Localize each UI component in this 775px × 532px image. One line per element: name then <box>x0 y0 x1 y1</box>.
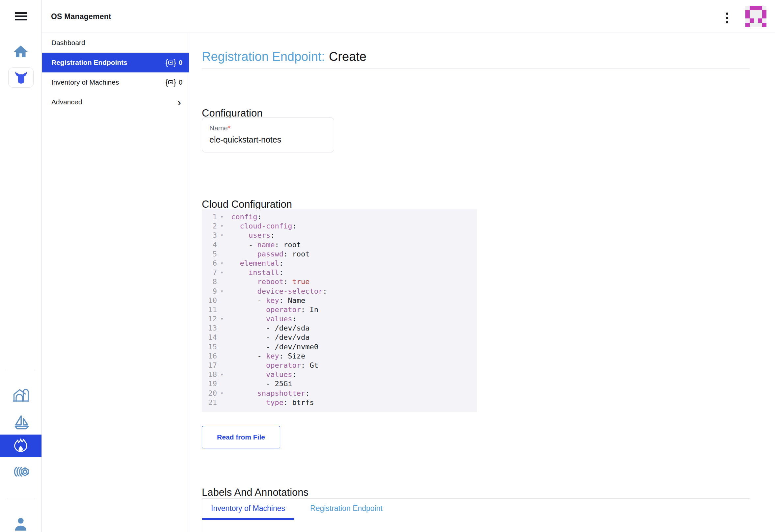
sidebar-item-advanced[interactable]: Advanced› <box>42 92 189 112</box>
line-number: 19 <box>202 379 217 389</box>
page-title-type: Registration Endpoint: <box>202 50 325 63</box>
code-line[interactable]: 21 type: btrfs <box>202 398 477 407</box>
line-number: 6 <box>202 259 217 268</box>
code-line[interactable]: 1▾config: <box>202 212 477 221</box>
code-line[interactable]: 16 - key: Size <box>202 352 477 361</box>
code-text: snapshotter: <box>231 389 309 398</box>
section-labels-annotations-heading: Labels And Annotations <box>202 487 308 498</box>
rail-elemental-active-tile[interactable] <box>0 435 41 457</box>
code-line[interactable]: 4 - name: root <box>202 240 477 249</box>
name-field[interactable]: Name* <box>202 117 334 152</box>
line-number: 2 <box>202 221 217 231</box>
code-line[interactable]: 20▾ snapshotter: <box>202 389 477 398</box>
chevrons-wheel-icon <box>12 465 30 479</box>
code-line[interactable]: 14 - /dev/vda <box>202 333 477 342</box>
line-number: 7 <box>202 268 217 277</box>
code-line[interactable]: 17 operator: Gt <box>202 361 477 370</box>
sidebar-item-inventory-of-machines[interactable]: Inventory of Machines{}0 <box>42 72 189 92</box>
line-number: 1 <box>202 212 217 221</box>
code-text: elemental: <box>231 259 283 268</box>
line-number: 15 <box>202 342 217 352</box>
code-line[interactable]: 2▾ cloud-config: <box>202 221 477 231</box>
fold-arrow-icon[interactable]: ▾ <box>217 315 227 324</box>
rail-sailboat-button[interactable] <box>0 412 41 431</box>
sidebar-item-label: Inventory of Machines <box>51 78 166 86</box>
code-text: passwd: root <box>231 249 309 259</box>
line-number: 18 <box>202 370 217 379</box>
name-input[interactable] <box>209 135 326 144</box>
line-number: 13 <box>202 324 217 333</box>
code-text: operator: Gt <box>231 361 318 370</box>
rail-barn-button[interactable] <box>0 387 41 404</box>
code-line[interactable]: 3▾ users: <box>202 231 477 240</box>
code-line[interactable]: 10 - key: Name <box>202 296 477 305</box>
code-text: config: <box>231 212 262 221</box>
code-text: reboot: true <box>231 277 309 287</box>
line-number: 8 <box>202 277 217 287</box>
rail-divider <box>7 499 35 499</box>
rail-home-button[interactable] <box>0 43 41 60</box>
code-line[interactable]: 6▾ elemental: <box>202 259 477 268</box>
code-line[interactable]: 8 reboot: true <box>202 277 477 287</box>
tab-registration-endpoint[interactable]: Registration Endpoint <box>301 499 392 520</box>
cattle-head-icon <box>13 70 29 85</box>
line-number: 21 <box>202 398 217 407</box>
line-number: 17 <box>202 361 217 370</box>
left-icon-rail <box>0 0 42 532</box>
tab-inventory-of-machines[interactable]: Inventory of Machines <box>202 499 294 520</box>
sidebar-item-registration-endpoints[interactable]: Registration Endpoints{}0 <box>42 53 189 72</box>
hamburger-menu-icon[interactable] <box>15 12 27 21</box>
code-text: values: <box>231 370 297 379</box>
elemental-pixel-logo <box>745 6 766 27</box>
code-line[interactable]: 11 operator: In <box>202 305 477 315</box>
barn-icon <box>12 387 30 404</box>
code-text: - /dev/nvme0 <box>231 342 318 352</box>
code-line[interactable]: 9▾ device-selector: <box>202 287 477 296</box>
resource-count-badge: {}0 <box>166 79 183 86</box>
code-line[interactable]: 19 - 25Gi <box>202 379 477 389</box>
line-number: 5 <box>202 249 217 259</box>
fold-arrow-icon[interactable]: ▾ <box>217 221 227 231</box>
fold-arrow-icon[interactable]: ▾ <box>217 231 227 240</box>
line-number: 4 <box>202 240 217 249</box>
main-content: Registration Endpoint:Create Configurati… <box>190 33 775 532</box>
code-text: users: <box>231 231 274 240</box>
code-text: - key: Name <box>231 296 305 305</box>
top-header: OS Management <box>42 0 775 33</box>
read-from-file-button[interactable]: Read from File <box>202 426 280 448</box>
fold-arrow-icon[interactable]: ▾ <box>217 212 227 221</box>
code-text: install: <box>231 268 283 277</box>
rail-divider <box>7 371 35 371</box>
code-line[interactable]: 18▾ values: <box>202 370 477 379</box>
code-line[interactable]: 7▾ install: <box>202 268 477 277</box>
code-text: type: btrfs <box>231 398 314 407</box>
code-line[interactable]: 13 - /dev/sda <box>202 324 477 333</box>
line-number: 9 <box>202 287 217 296</box>
rail-user-button[interactable] <box>0 516 41 532</box>
fold-arrow-icon[interactable]: ▾ <box>217 370 227 379</box>
sidebar-item-dashboard[interactable]: Dashboard <box>42 33 189 53</box>
home-icon <box>13 44 29 59</box>
cloud-config-code-editor[interactable]: 1▾config:2▾ cloud-config:3▾ users:4 - na… <box>202 209 477 412</box>
line-number: 20 <box>202 389 217 398</box>
code-text: - name: root <box>231 240 301 249</box>
required-asterisk: * <box>228 124 230 132</box>
fold-arrow-icon[interactable]: ▾ <box>217 259 227 268</box>
code-line[interactable]: 12▾ values: <box>202 315 477 324</box>
rail-os-management-app-button[interactable] <box>8 67 34 88</box>
code-line[interactable]: 5 passwd: root <box>202 249 477 259</box>
kebab-menu-icon[interactable] <box>725 12 729 24</box>
fold-arrow-icon[interactable]: ▾ <box>217 268 227 277</box>
code-text: operator: In <box>231 305 318 315</box>
sidebar-item-label: Registration Endpoints <box>51 59 166 66</box>
fold-arrow-icon[interactable]: ▾ <box>217 287 227 296</box>
code-text: - 25Gi <box>231 379 292 389</box>
tab-row: Inventory of MachinesRegistration Endpoi… <box>202 499 750 520</box>
code-line[interactable]: 15 - /dev/nvme0 <box>202 342 477 352</box>
code-text: - /dev/sda <box>231 324 309 333</box>
line-number: 10 <box>202 296 217 305</box>
code-text: - key: Size <box>231 352 305 361</box>
rail-extension-button[interactable] <box>0 464 41 480</box>
fold-arrow-icon[interactable]: ▾ <box>217 389 227 398</box>
code-text: values: <box>231 315 297 324</box>
